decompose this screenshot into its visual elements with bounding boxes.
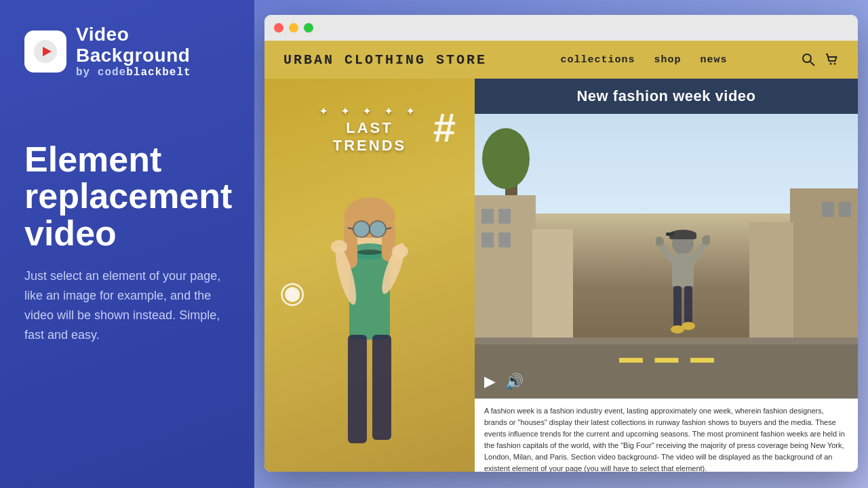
store-navbar: URBAN CLOTHING STORE collections shop ne… — [264, 41, 858, 79]
street-scene-background — [475, 114, 858, 399]
nav-link-shop[interactable]: shop — [654, 54, 682, 66]
nav-link-news[interactable]: news — [701, 54, 728, 66]
trends-label: ✦ ✦ ✦ ✦ ✦ LASTTRENDS — [319, 106, 420, 155]
tree-foliage-left — [482, 128, 530, 189]
browser-window: URBAN CLOTHING STORE collections shop ne… — [264, 15, 858, 472]
building-right-1 — [790, 188, 858, 344]
fashion-image: ✦ ✦ ✦ ✦ ✦ LASTTRENDS # ◉ — [264, 79, 475, 472]
article-text: A fashion week is a fashion industry eve… — [484, 405, 848, 472]
logo-text: Video Background by codeblackbelt — [76, 24, 233, 79]
nav-link-collections[interactable]: collections — [560, 54, 635, 66]
cart-icon[interactable] — [824, 52, 839, 67]
svg-point-4 — [829, 63, 831, 65]
svg-point-36 — [682, 322, 695, 330]
app-subtitle: by codeblackbelt — [76, 66, 233, 79]
svg-point-12 — [353, 221, 370, 237]
svg-line-3 — [810, 62, 814, 66]
app-title: Video Background — [76, 24, 233, 66]
store-logo: URBAN CLOTHING STORE — [283, 52, 487, 68]
play-button[interactable]: ▶ — [484, 373, 496, 390]
store-content: ✦ ✦ ✦ ✦ ✦ LASTTRENDS # ◉ — [264, 79, 858, 472]
svg-point-13 — [370, 221, 386, 237]
svg-point-23 — [357, 249, 382, 255]
browser-titlebar — [264, 15, 858, 41]
svg-point-20 — [392, 245, 408, 258]
video-title: New fashion week video — [576, 87, 755, 105]
fashion-woman-image — [302, 187, 437, 472]
svg-rect-27 — [666, 232, 674, 236]
main-heading: Element replacement video — [24, 141, 233, 252]
close-button-icon[interactable] — [274, 23, 283, 33]
video-controls: ▶ 🔊 — [484, 373, 524, 390]
building-left-2 — [532, 229, 573, 344]
browser-content: URBAN CLOTHING STORE collections shop ne… — [264, 41, 858, 472]
svg-point-19 — [331, 240, 347, 253]
left-panel: Video Background by codeblackbelt Elemen… — [0, 0, 254, 488]
right-panel: cbb URBAN CLOTHING STORE collections sho… — [254, 0, 868, 488]
store-right-section: New fashion week video — [475, 79, 858, 472]
hash-icon: # — [433, 104, 456, 151]
volume-button[interactable]: 🔊 — [505, 373, 524, 390]
maximize-button-icon[interactable] — [304, 23, 313, 33]
store-nav-links: collections shop news — [560, 54, 727, 66]
logo-area: Video Background by codeblackbelt — [24, 24, 233, 79]
search-icon[interactable] — [801, 52, 816, 67]
description: Just select an element of your page, lik… — [24, 266, 233, 344]
svg-rect-34 — [684, 286, 692, 323]
video-title-bar: New fashion week video — [475, 79, 858, 114]
building-right-2 — [749, 222, 793, 344]
minimize-button-icon[interactable] — [289, 23, 298, 33]
svg-rect-33 — [673, 286, 682, 327]
video-player[interactable]: ▶ 🔊 — [475, 114, 858, 399]
svg-point-5 — [833, 63, 835, 65]
street-person — [656, 229, 710, 344]
play-icon — [33, 39, 58, 64]
svg-rect-22 — [372, 335, 391, 440]
article-section: A fashion week is a fashion industry eve… — [475, 399, 858, 472]
road — [475, 338, 858, 399]
svg-point-2 — [803, 54, 811, 62]
svg-rect-28 — [672, 253, 694, 287]
store-left-section: ✦ ✦ ✦ ✦ ✦ LASTTRENDS # ◉ — [264, 79, 475, 472]
store-nav-icons — [801, 52, 839, 67]
svg-rect-21 — [348, 335, 367, 443]
building-left-1 — [475, 195, 536, 344]
logo-icon — [24, 30, 66, 73]
